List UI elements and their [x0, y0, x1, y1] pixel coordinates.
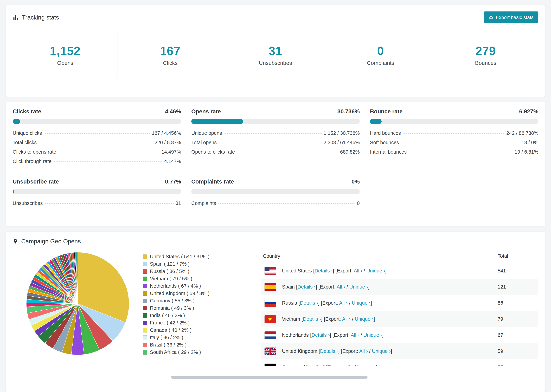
geo-pie-svg — [25, 251, 131, 357]
bracket: ] — [368, 284, 369, 290]
rate-value: 4.46% — [165, 108, 181, 115]
stat-label: Clicks to opens rate — [13, 149, 56, 155]
tracking-stats-card: Tracking stats Export basic stats 1,152O… — [6, 5, 545, 97]
bracket: ] — [321, 316, 322, 322]
rate-block-unsubscribe-rate: Unsubscribe rate0.77%Unsubscribes31 — [13, 178, 181, 208]
legend-color-swatch — [143, 350, 147, 355]
summary-label: Clicks — [163, 60, 177, 66]
rate-progress-bar — [370, 119, 538, 124]
summary-label: Unsubscribes — [259, 60, 292, 66]
details-link[interactable]: Details › — [297, 284, 316, 290]
flag-us-icon — [261, 263, 280, 279]
legend-label: United Kingdom ( 59 / 3% ) — [150, 291, 209, 296]
stat-value: 689.82% — [340, 149, 360, 155]
export-unique-link[interactable]: Unique › — [372, 348, 391, 354]
dotted-leader — [401, 143, 519, 143]
geo-table-row: United States [Details ›] [Export: All ›… — [261, 263, 538, 279]
stat-label: Hard bounces — [370, 130, 401, 136]
legend-label: Germany ( 55 / 3% ) — [150, 298, 195, 304]
export-all-link[interactable]: All › — [359, 348, 368, 354]
stat-line: Unique opens1,152 / 30.736% — [191, 128, 360, 138]
export-unique-link[interactable]: Unique › — [352, 300, 371, 306]
summary-label: Bounces — [475, 60, 496, 66]
export-unique-link[interactable]: Unique › — [363, 332, 382, 338]
legend-item: Romania ( 49 / 3% ) — [143, 304, 254, 312]
rate-progress-bar — [191, 119, 360, 124]
flag-vn-icon — [261, 311, 280, 327]
details-link[interactable]: Details › — [320, 348, 338, 354]
rate-value: 0.77% — [165, 178, 181, 185]
rate-title: Unsubscribe rate — [13, 178, 59, 185]
export-all-link[interactable]: All › — [351, 332, 359, 338]
dotted-leader — [45, 203, 174, 204]
summary-stat-complaints: 0Complaints — [328, 31, 433, 79]
stat-label: Unique opens — [191, 130, 222, 136]
details-link[interactable]: Details › — [312, 332, 330, 338]
export-all-link[interactable]: All › — [342, 316, 351, 322]
details-link[interactable]: Details › — [305, 364, 323, 366]
export-unique-link[interactable]: Unique › — [349, 284, 368, 290]
campaign-geo-opens-card: Campaign Geo Opens United States ( 541 /… — [6, 231, 545, 392]
stat-label: Total opens — [191, 140, 217, 145]
geo-table-row: United Kingdom [Details ›] [Export: All … — [261, 343, 538, 359]
legend-label: Spain ( 121 / 7% ) — [150, 261, 190, 267]
legend-color-swatch — [143, 343, 147, 347]
summary-stat-clicks: 167Clicks — [118, 31, 223, 79]
slash: / — [368, 348, 372, 354]
legend-color-swatch — [143, 284, 147, 288]
slash: / — [348, 300, 352, 306]
bracket: ] — [318, 300, 319, 306]
bar-chart-icon — [13, 14, 19, 21]
legend-item: Italy ( 36 / 2% ) — [143, 334, 254, 341]
legend-label: India ( 46 / 3% ) — [150, 313, 185, 318]
legend-item: Brazil ( 33 / 2% ) — [143, 341, 254, 349]
export-all-link[interactable]: All › — [354, 268, 362, 273]
stat-value: 19 / 6.81% — [515, 149, 538, 155]
stat-label: Unsubscribes — [13, 200, 43, 206]
summary-stat-bounces: 279Bounces — [433, 31, 538, 79]
export-unique-link[interactable]: Unique › — [357, 364, 376, 366]
rate-head: Clicks rate4.46% — [13, 108, 181, 115]
legend-color-swatch — [143, 321, 147, 325]
slash: / — [351, 316, 355, 322]
stat-label: Unique clicks — [13, 130, 42, 136]
details-link[interactable]: Details › — [303, 316, 321, 322]
geo-table-row: Russia [Details ›] [Export: All › / Uniq… — [261, 295, 538, 311]
bracket: [ — [302, 316, 303, 322]
dotted-leader — [219, 143, 321, 143]
rate-title: Opens rate — [191, 108, 221, 115]
export-basic-stats-button[interactable]: Export basic stats — [484, 11, 538, 23]
legend-color-swatch — [143, 291, 147, 296]
rates-row-secondary: Unsubscribe rate0.77%Unsubscribes31Compl… — [13, 178, 538, 208]
legend-color-swatch — [143, 254, 147, 259]
details-link[interactable]: Details › — [315, 268, 333, 273]
rates-card: Clicks rate4.46%Unique clicks167 / 4.456… — [6, 102, 545, 226]
export-all-link[interactable]: All › — [344, 364, 353, 366]
export-label: [Export: — [336, 268, 354, 273]
dotted-leader — [237, 152, 338, 152]
legend-item: Netherlands ( 67 / 4% ) — [143, 282, 254, 290]
rate-title: Complaints rate — [191, 178, 234, 185]
details-link[interactable]: Details › — [300, 300, 318, 306]
geo-legend: United States ( 541 / 31% )Spain ( 121 /… — [143, 251, 254, 356]
legend-item: Germany ( 55 / 3% ) — [143, 297, 254, 304]
legend-item: India ( 46 / 3% ) — [143, 312, 254, 319]
country-name: Netherlands — [282, 332, 309, 338]
legend-color-swatch — [143, 335, 147, 340]
stat-line: Unique clicks167 / 4.456% — [13, 128, 181, 138]
rate-title: Bounce rate — [370, 108, 403, 115]
country-column-header: Country — [261, 251, 495, 263]
export-all-link[interactable]: All › — [337, 284, 345, 290]
stat-value: 18 / 0% — [522, 140, 538, 145]
country-cell: Vietnam [Details ›] [Export: All › / Uni… — [280, 311, 495, 327]
slash: / — [353, 364, 357, 366]
export-unique-link[interactable]: Unique › — [355, 316, 374, 322]
export-unique-link[interactable]: Unique › — [366, 268, 385, 273]
bracket: ] — [385, 268, 387, 273]
bracket: ] — [370, 300, 372, 306]
horizontal-scrollbar-thumb[interactable] — [171, 376, 367, 379]
stat-line: Soft bounces18 / 0% — [370, 138, 538, 147]
export-all-link[interactable]: All › — [339, 300, 348, 306]
country-cell: United Kingdom [Details ›] [Export: All … — [280, 343, 495, 359]
legend-item: United Kingdom ( 59 / 3% ) — [143, 290, 254, 297]
